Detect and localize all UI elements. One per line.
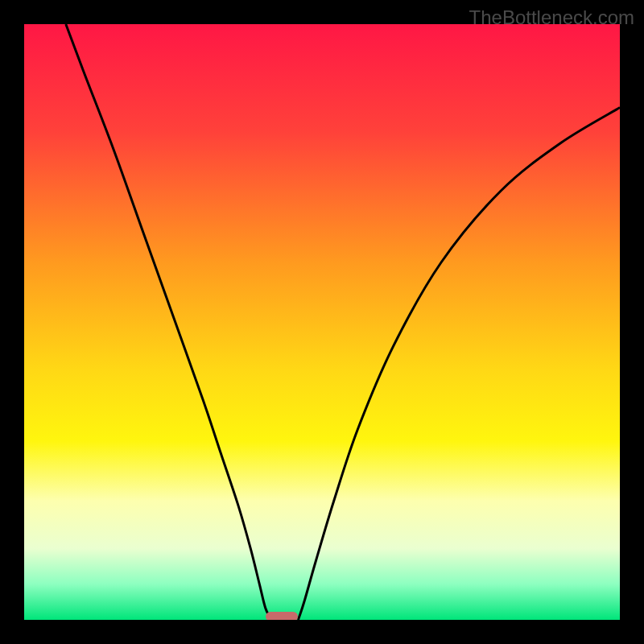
plot-area (24, 24, 620, 620)
right-curve-path (298, 108, 620, 620)
bottleneck-marker (266, 612, 299, 620)
curve-layer (24, 24, 620, 620)
left-curve-path (66, 24, 271, 620)
watermark-text: TheBottleneck.com (469, 6, 634, 29)
